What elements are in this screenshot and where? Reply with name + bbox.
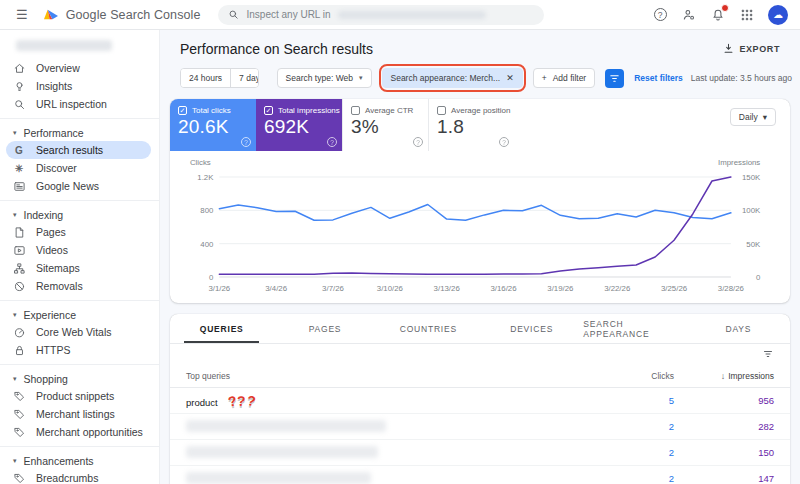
- sidebar-item-url-inspection[interactable]: URL inspection: [0, 95, 159, 113]
- sidebar-section-performance[interactable]: ▾Performance: [0, 124, 159, 141]
- tab-pages[interactable]: PAGES: [273, 314, 376, 343]
- apps-grid-icon: [740, 8, 754, 22]
- avatar[interactable]: ☁: [768, 5, 788, 25]
- chevron-down-icon: ▾: [13, 129, 17, 137]
- checkbox-icon[interactable]: ✓: [264, 106, 273, 115]
- insights-icon: [12, 79, 26, 93]
- sidebar-item-label: Pages: [36, 226, 66, 238]
- compare-filter-button[interactable]: [605, 69, 624, 88]
- sidebar-section-label: Shopping: [24, 373, 68, 385]
- tab-days[interactable]: DAYS: [687, 314, 790, 343]
- property-selector-redacted[interactable]: [16, 40, 112, 51]
- checkbox-icon[interactable]: ✓: [178, 106, 187, 115]
- impressions-value: 147: [674, 473, 774, 484]
- clicks-value: 2: [594, 447, 674, 458]
- metric-card-top: ✓Total impressions: [264, 106, 334, 115]
- sidebar-item-google-news[interactable]: Google News: [0, 177, 159, 195]
- sidebar-item-core-web-vitals[interactable]: Core Web Vitals: [0, 323, 159, 341]
- search-appearance-chip[interactable]: Search appearance: Merch... ✕: [382, 68, 523, 88]
- table-filter-icon[interactable]: [762, 348, 774, 360]
- sidebar-item-label: Search results: [36, 144, 103, 156]
- table-tabs: QUERIESPAGESCOUNTRIESDEVICESSEARCH APPEA…: [170, 314, 790, 344]
- sidebar-item-pages[interactable]: Pages: [0, 223, 159, 241]
- metric-card-average-ctr[interactable]: ✓Average CTR3%?: [342, 99, 428, 151]
- sidebar-item-merchant-listings[interactable]: Merchant listings: [0, 405, 159, 423]
- account-settings-button[interactable]: [681, 7, 697, 23]
- sidebar-divider: [0, 446, 159, 447]
- help-icon[interactable]: ?: [327, 137, 337, 147]
- sidebar-item-discover[interactable]: ✳Discover: [0, 159, 159, 177]
- sidebar-section-experience[interactable]: ▾Experience: [0, 306, 159, 323]
- add-filter-button[interactable]: + Add filter: [533, 68, 596, 88]
- sidebar-item-label: Videos: [36, 244, 68, 256]
- table-row[interactable]: 2150: [170, 440, 790, 466]
- search-type-chip[interactable]: Search type: Web ▾: [277, 68, 372, 88]
- column-clicks[interactable]: Clicks: [594, 371, 674, 381]
- performance-chart[interactable]: 1.2K150K800100K40050K00ClicksImpressions…: [186, 157, 774, 299]
- sidebar-item-label: Breadcrumbs: [36, 472, 98, 484]
- sidebar-section-shopping[interactable]: ▾Shopping: [0, 370, 159, 387]
- metric-cards: ✓Total clicks20.6K?✓Total impressions692…: [170, 99, 790, 151]
- tab-search-appearance[interactable]: SEARCH APPEARANCE: [583, 314, 686, 343]
- notifications-button[interactable]: [710, 7, 726, 23]
- sidebar-section-label: Enhancements: [24, 455, 94, 467]
- metric-label: Total impressions: [278, 106, 340, 115]
- url-inspect-search-input[interactable]: Inspect any URL in: [218, 5, 544, 25]
- metric-card-top: ✓Average CTR: [351, 106, 420, 115]
- reset-filters-link[interactable]: Reset filters: [634, 73, 683, 83]
- sidebar-item-product-snippets[interactable]: Product snippets: [0, 387, 159, 405]
- chevron-down-icon: ▾: [13, 211, 17, 219]
- table-row[interactable]: 2282: [170, 414, 790, 440]
- metric-card-average-position[interactable]: ✓Average position1.8?: [428, 99, 514, 151]
- metric-label: Average CTR: [365, 106, 413, 115]
- remove-filter-icon[interactable]: ✕: [506, 73, 514, 83]
- svg-text:3/10/26: 3/10/26: [377, 284, 404, 293]
- svg-text:100K: 100K: [742, 206, 761, 215]
- apps-button[interactable]: [739, 7, 755, 23]
- export-button[interactable]: EXPORT: [717, 40, 786, 57]
- sidebar-section-enhancements[interactable]: ▾Enhancements: [0, 452, 159, 469]
- column-top-queries[interactable]: Top queries: [186, 371, 594, 381]
- sidebar-item-videos[interactable]: Videos: [0, 241, 159, 259]
- sort-desc-icon: ↓: [721, 371, 726, 381]
- tab-queries[interactable]: QUERIES: [170, 314, 273, 343]
- checkbox-icon[interactable]: ✓: [437, 106, 446, 115]
- tab-countries[interactable]: COUNTRIES: [377, 314, 480, 343]
- query-redacted: [186, 446, 378, 458]
- sidebar-item-breadcrumbs[interactable]: Breadcrumbs: [0, 469, 159, 484]
- menu-icon[interactable]: ☰: [12, 7, 32, 22]
- sidebar-divider: [0, 364, 159, 365]
- help-icon[interactable]: ?: [241, 137, 251, 147]
- chevron-down-icon: ▾: [13, 311, 17, 319]
- help-icon[interactable]: ?: [499, 137, 509, 147]
- date-range-24-hours[interactable]: 24 hours: [181, 69, 231, 87]
- svg-text:3/28/26: 3/28/26: [718, 284, 745, 293]
- checkbox-icon[interactable]: ✓: [351, 106, 360, 115]
- sidebar-item-https[interactable]: HTTPS: [0, 341, 159, 359]
- table-row[interactable]: product???5956: [170, 388, 790, 414]
- tab-devices[interactable]: DEVICES: [480, 314, 583, 343]
- sidebar-item-overview[interactable]: Overview: [0, 59, 159, 77]
- sidebar-item-search-results[interactable]: GSearch results: [6, 141, 151, 159]
- sidebar-section-indexing[interactable]: ▾Indexing: [0, 206, 159, 223]
- lock-icon: [12, 343, 26, 357]
- granularity-dropdown[interactable]: Daily ▾: [730, 108, 776, 126]
- sidebar-item-removals[interactable]: Removals: [0, 277, 159, 295]
- sidebar-item-insights[interactable]: Insights: [0, 77, 159, 95]
- search-placeholder: Inspect any URL in: [246, 9, 330, 20]
- sidebar-item-label: Overview: [36, 62, 80, 74]
- pages-icon: [12, 225, 26, 239]
- metric-card-total-clicks[interactable]: ✓Total clicks20.6K?: [170, 99, 256, 151]
- sidebar-item-sitemaps[interactable]: Sitemaps: [0, 259, 159, 277]
- metric-card-total-impressions[interactable]: ✓Total impressions692K?: [256, 99, 342, 151]
- home-icon: [12, 61, 26, 75]
- sidebar-item-merchant-opportunities[interactable]: Merchant opportunities: [0, 423, 159, 441]
- date-range-label: 7 days: [239, 73, 259, 83]
- impressions-value: 282: [674, 421, 774, 432]
- table-row[interactable]: 2147: [170, 466, 790, 484]
- column-impressions[interactable]: ↓Impressions: [674, 371, 774, 381]
- help-icon[interactable]: ?: [413, 137, 423, 147]
- help-button[interactable]: ?: [652, 7, 668, 23]
- svg-text:1.2K: 1.2K: [197, 173, 214, 182]
- date-range-7-days[interactable]: 7 days: [231, 69, 259, 87]
